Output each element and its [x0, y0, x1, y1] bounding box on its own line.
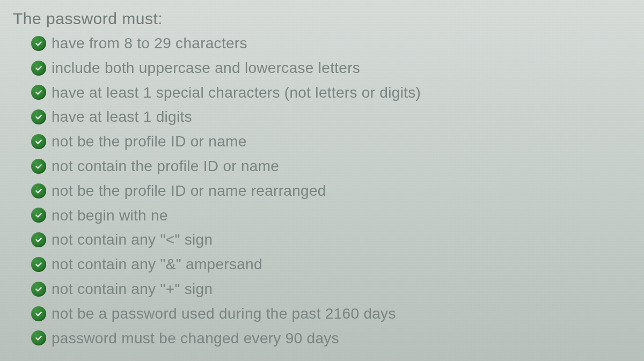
list-item: have at least 1 digits: [31, 107, 631, 127]
rule-text: not be the profile ID or name: [52, 131, 247, 152]
check-circle-icon: [31, 36, 46, 51]
requirements-heading: The password must:: [13, 10, 631, 28]
rule-text: not begin with ne: [52, 205, 168, 226]
check-circle-icon: [31, 183, 46, 198]
list-item: not be the profile ID or name: [31, 131, 631, 152]
list-item: have from 8 to 29 characters: [31, 33, 631, 54]
rule-text: have at least 1 digits: [52, 107, 192, 127]
rule-text: have at least 1 special characters (not …: [52, 83, 421, 103]
check-circle-icon: [31, 306, 46, 321]
rule-text: not contain any "+" sign: [52, 279, 213, 299]
check-circle-icon: [31, 208, 46, 223]
check-circle-icon: [31, 257, 46, 272]
list-item: not contain the profile ID or name: [31, 156, 631, 176]
list-item: not begin with ne: [31, 205, 631, 226]
rule-text: include both uppercase and lowercase let…: [52, 58, 360, 78]
list-item: not be a password used during the past 2…: [31, 304, 631, 324]
rule-text: have from 8 to 29 characters: [52, 33, 247, 54]
list-item: not contain any "<" sign: [31, 230, 631, 250]
check-circle-icon: [31, 282, 46, 297]
rule-text: not be the profile ID or name rearranged: [52, 181, 326, 201]
rule-text: not contain any "&" ampersand: [52, 254, 262, 275]
list-item: have at least 1 special characters (not …: [31, 83, 631, 103]
check-circle-icon: [31, 159, 46, 174]
password-rules-list: have from 8 to 29 characters include bot…: [13, 33, 631, 348]
check-circle-icon: [31, 134, 46, 149]
check-circle-icon: [31, 109, 46, 124]
check-circle-icon: [31, 330, 46, 345]
check-circle-icon: [31, 85, 46, 100]
check-circle-icon: [31, 61, 46, 76]
list-item: include both uppercase and lowercase let…: [31, 58, 631, 78]
rule-text: not be a password used during the past 2…: [52, 304, 396, 324]
rule-text: not contain any "<" sign: [52, 230, 213, 250]
list-item: not contain any "&" ampersand: [31, 254, 631, 275]
list-item: password must be changed every 90 days: [31, 328, 631, 349]
rule-text: password must be changed every 90 days: [52, 328, 339, 349]
list-item: not be the profile ID or name rearranged: [31, 181, 631, 201]
rule-text: not contain the profile ID or name: [52, 156, 279, 176]
list-item: not contain any "+" sign: [31, 279, 631, 299]
password-requirements-panel: The password must: have from 8 to 29 cha…: [13, 10, 631, 348]
check-circle-icon: [31, 232, 46, 247]
